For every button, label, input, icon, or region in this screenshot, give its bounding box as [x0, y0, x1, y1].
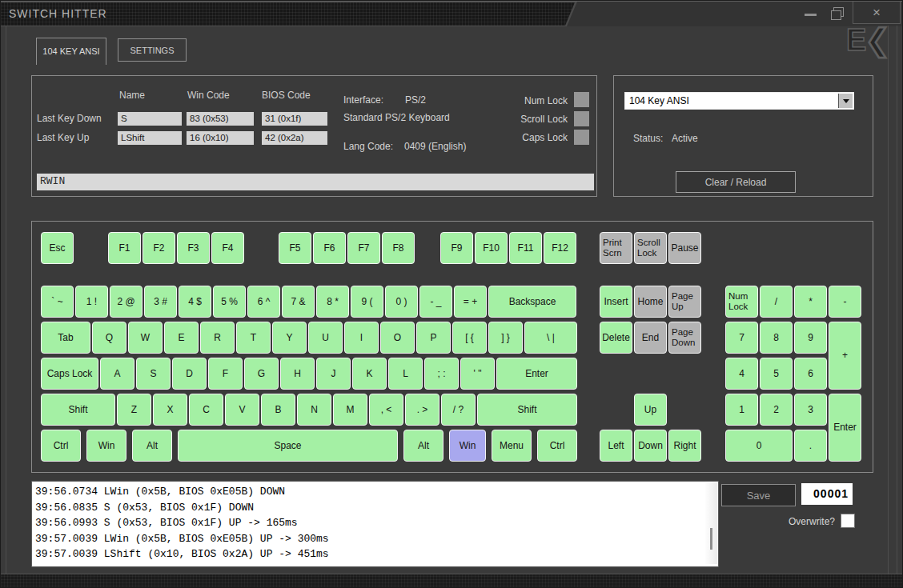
layout-select[interactable]: 104 Key ANSI	[624, 92, 854, 110]
last-key-up-wincode-field[interactable]: 16 (0x10)	[187, 131, 254, 145]
maximize-button[interactable]	[827, 4, 848, 23]
bottom-strip	[1, 574, 903, 588]
caps-lock-label: Caps Lock	[447, 132, 568, 143]
close-icon: ×	[873, 5, 881, 21]
log-area[interactable]: 39:56.0734 LWin (0x5B, BIOS 0xE05B) DOWN…	[31, 481, 719, 567]
app-title: SWITCH HITTER	[9, 7, 107, 20]
window-frame-line	[897, 26, 897, 574]
save-button[interactable]: Save	[721, 484, 796, 506]
log-line: 39:56.0993 S (0x53, BIOS 0x1F) UP -> 165…	[32, 515, 718, 531]
close-button[interactable]: ×	[853, 2, 901, 24]
col-header-win-code: Win Code	[187, 90, 230, 101]
caps-lock-indicator	[574, 130, 589, 145]
col-header-name: Name	[119, 90, 145, 101]
titlebar: SWITCH HITTER ×	[1, 1, 903, 26]
keyboard-panel	[31, 221, 873, 473]
device-name: Standard PS/2 Keyboard	[343, 112, 450, 123]
num-lock-label: Num Lock	[447, 95, 568, 106]
switch-hitter-window: SWITCH HITTER × E❮ 104 KEY ANSI SETTINGS…	[0, 0, 903, 588]
last-key-up-label: Last Key Up	[37, 132, 89, 143]
last-key-down-wincode-field[interactable]: 83 (0x53)	[187, 112, 254, 126]
clear-reload-button[interactable]: Clear / Reload	[676, 171, 796, 193]
log-line: 39:57.0039 LShift (0x10, BIOS 0x2A) UP -…	[32, 546, 718, 562]
ek-logo: E❮	[846, 23, 894, 57]
status-value: Active	[672, 133, 698, 144]
log-scrollbar-thumb[interactable]	[710, 528, 712, 550]
status-label: Status:	[633, 133, 663, 144]
lang-code-label: Lang Code:	[343, 141, 393, 152]
last-key-down-label: Last Key Down	[37, 113, 102, 124]
last-key-up-name-field[interactable]: LShift	[118, 131, 182, 145]
overwrite-checkbox[interactable]	[841, 514, 855, 528]
log-line: 39:57.0039 LWin (0x5B, BIOS 0xE05B) UP -…	[32, 531, 718, 547]
scroll-lock-label: Scroll Lock	[447, 114, 568, 125]
log-line: 39:56.0734 LWin (0x5B, BIOS 0xE05B) DOWN	[32, 484, 718, 500]
tab-settings[interactable]: SETTINGS	[118, 38, 187, 62]
dropdown-arrow-icon[interactable]	[838, 94, 853, 108]
tab-104-key-ansi[interactable]: 104 KEY ANSI	[36, 38, 106, 65]
last-key-down-name-field[interactable]: S	[118, 112, 182, 126]
window-frame-line	[888, 26, 889, 574]
scroll-lock-indicator	[574, 111, 589, 126]
window-frame-line	[6, 26, 6, 574]
counter-input[interactable]: 00001	[801, 483, 853, 505]
num-lock-indicator	[574, 92, 589, 107]
last-key-up-bioscode-field[interactable]: 42 (0x2a)	[262, 131, 327, 145]
key-buffer-field[interactable]: RWIN	[36, 173, 595, 191]
col-header-bios-code: BIOS Code	[262, 90, 311, 101]
last-key-down-bioscode-field[interactable]: 31 (0x1f)	[262, 112, 327, 126]
log-scrollbar[interactable]	[705, 482, 717, 564]
interface-value: PS/2	[405, 94, 426, 106]
overwrite-label: Overwrite?	[745, 516, 835, 527]
minimize-button[interactable]	[800, 5, 821, 22]
layout-select-value: 104 Key ANSI	[629, 95, 689, 106]
interface-label: Interface:	[343, 94, 383, 106]
log-line: 39:56.0835 S (0x53, BIOS 0x1F) DOWN	[32, 500, 718, 516]
minimize-icon	[805, 14, 817, 16]
